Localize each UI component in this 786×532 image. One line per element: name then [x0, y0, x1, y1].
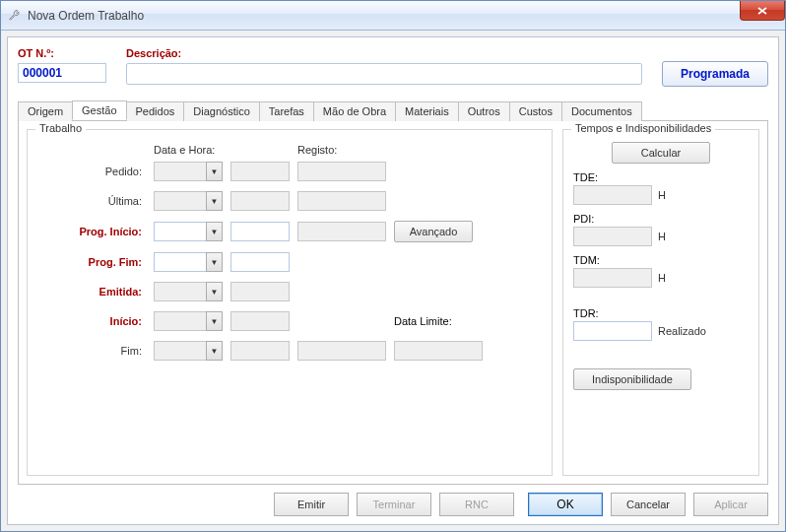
- chevron-down-icon: ▼: [206, 252, 223, 272]
- tab-outros[interactable]: Outros: [458, 101, 510, 121]
- pdi-label: PDI:: [573, 213, 749, 225]
- tab-strip: Origem Gestão Pedidos Diagnóstico Tarefa…: [18, 100, 768, 121]
- row-prog-inicio-label: Prog. Início:: [37, 226, 146, 237]
- tab-documentos[interactable]: Documentos: [561, 101, 642, 121]
- prog-fim-date[interactable]: ▼: [154, 252, 223, 272]
- tab-panel-gestao: Trabalho Data e Hora: Registo: Pedido: ▼: [18, 121, 768, 485]
- fim-date[interactable]: ▼: [154, 341, 223, 361]
- pedido-time[interactable]: [230, 162, 290, 181]
- tab-origem[interactable]: Origem: [18, 101, 73, 121]
- tab-gestao[interactable]: Gestão: [72, 100, 126, 120]
- chevron-down-icon: ▼: [206, 222, 223, 241]
- tdr-unit: Realizado: [658, 325, 706, 337]
- wrench-icon: [7, 8, 23, 24]
- pedido-date[interactable]: ▼: [154, 162, 223, 181]
- row-emitida-label: Emitida:: [37, 286, 146, 298]
- chevron-down-icon: ▼: [206, 341, 223, 361]
- tdm-unit: H: [658, 272, 666, 284]
- ot-number-input[interactable]: [18, 63, 106, 83]
- tdm-input[interactable]: [573, 268, 652, 288]
- avancado-button[interactable]: Avançado: [394, 221, 473, 242]
- fim-time[interactable]: [230, 341, 290, 361]
- fieldset-tempos: Tempos e Indisponibilidades Calcular TDE…: [562, 129, 759, 476]
- tde-unit: H: [658, 189, 666, 201]
- tab-pedidos[interactable]: Pedidos: [126, 101, 185, 121]
- terminar-button: Terminar: [357, 493, 431, 516]
- inicio-time[interactable]: [230, 311, 290, 331]
- tab-materiais[interactable]: Materiais: [395, 101, 459, 121]
- aplicar-button: Aplicar: [693, 493, 768, 516]
- tab-tarefas[interactable]: Tarefas: [259, 101, 314, 121]
- tde-label: TDE:: [573, 171, 749, 183]
- pdi-unit: H: [658, 231, 666, 242]
- tdr-input[interactable]: [573, 321, 652, 341]
- prog-fim-time[interactable]: [230, 252, 290, 272]
- trabalho-legend: Trabalho: [35, 122, 86, 134]
- data-limite-input[interactable]: [394, 341, 483, 361]
- ultima-time[interactable]: [230, 191, 290, 211]
- indisponibilidade-button[interactable]: Indisponibilidade: [573, 368, 691, 390]
- calcular-button[interactable]: Calcular: [612, 142, 710, 164]
- ok-button[interactable]: OK: [528, 493, 603, 516]
- ultima-registo[interactable]: [297, 191, 386, 211]
- inicio-date[interactable]: ▼: [154, 311, 223, 331]
- emitida-time[interactable]: [230, 282, 290, 301]
- emitida-date[interactable]: ▼: [154, 282, 223, 301]
- emitir-button[interactable]: Emitir: [274, 493, 349, 516]
- tab-custos[interactable]: Custos: [509, 101, 562, 121]
- chevron-down-icon: ▼: [206, 162, 223, 181]
- description-input[interactable]: [126, 63, 642, 85]
- col-registo: Registo:: [297, 144, 386, 156]
- tempos-legend: Tempos e Indisponibilidades: [571, 122, 715, 134]
- col-data-hora: Data e Hora:: [154, 144, 223, 156]
- rnc-button: RNC: [439, 493, 514, 516]
- row-prog-fim-label: Prog. Fim:: [37, 256, 146, 268]
- tde-input[interactable]: [573, 185, 652, 205]
- ultima-date[interactable]: ▼: [154, 191, 223, 211]
- description-label: Descrição:: [126, 47, 642, 59]
- cancelar-button[interactable]: Cancelar: [611, 493, 686, 516]
- chevron-down-icon: ▼: [206, 282, 223, 301]
- tab-mao-de-obra[interactable]: Mão de Obra: [313, 101, 396, 121]
- tdr-label: TDR:: [573, 307, 749, 319]
- row-inicio-label: Início:: [37, 315, 146, 327]
- chevron-down-icon: ▼: [206, 191, 223, 211]
- tab-diagnostico[interactable]: Diagnóstico: [183, 101, 259, 121]
- data-limite-label: Data Limite:: [394, 315, 483, 327]
- dialog-footer: Emitir Terminar RNC OK Cancelar Aplicar: [18, 485, 768, 516]
- row-fim-label: Fim:: [37, 345, 146, 357]
- window-title: Nova Ordem Trabalho: [28, 9, 144, 23]
- row-pedido-label: Pedido:: [37, 166, 146, 177]
- content-area: OT N.º: Descrição: Programada Origem Ges…: [7, 36, 779, 525]
- chevron-down-icon: ▼: [206, 311, 223, 331]
- work-order-window: Nova Ordem Trabalho OT N.º: Descrição: P…: [0, 0, 786, 532]
- close-button[interactable]: [740, 1, 785, 21]
- fim-registo[interactable]: [297, 341, 386, 361]
- titlebar: Nova Ordem Trabalho: [1, 1, 785, 31]
- pedido-registo[interactable]: [297, 162, 386, 181]
- prog-inicio-date[interactable]: ▼: [154, 222, 223, 241]
- row-ultima-label: Última:: [37, 195, 146, 207]
- pdi-input[interactable]: [573, 227, 652, 246]
- fieldset-trabalho: Trabalho Data e Hora: Registo: Pedido: ▼: [27, 129, 553, 476]
- prog-inicio-time[interactable]: [230, 222, 290, 241]
- tdm-label: TDM:: [573, 254, 749, 266]
- status-programada-button[interactable]: Programada: [662, 61, 768, 87]
- prog-inicio-registo[interactable]: [297, 222, 386, 241]
- ot-label: OT N.º:: [18, 47, 106, 59]
